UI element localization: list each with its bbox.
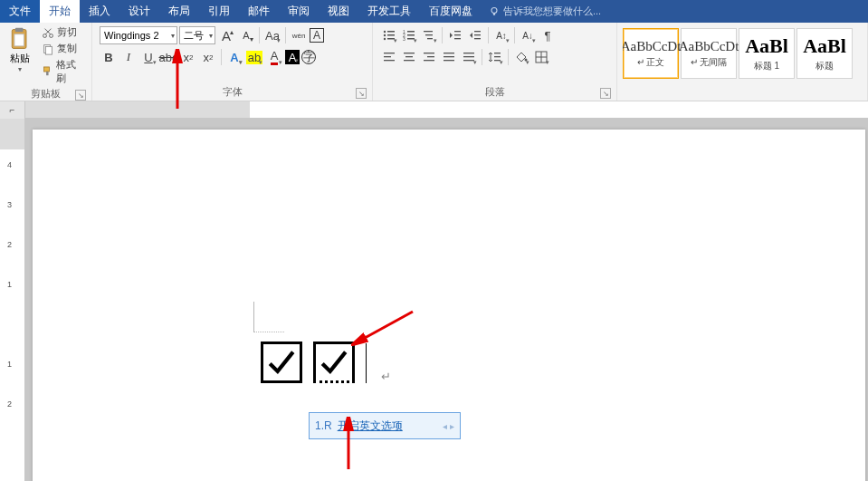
superscript-button[interactable]: x2	[199, 48, 217, 66]
svg-rect-31	[384, 53, 395, 53]
line-spacing-button[interactable]	[486, 48, 504, 66]
tab-devtools[interactable]: 开发工具	[358, 0, 420, 23]
font-name-combo[interactable]: Wingdings 2▾	[100, 26, 177, 44]
svg-rect-15	[387, 38, 395, 40]
svg-text:3: 3	[403, 36, 405, 42]
ruler-vertical[interactable]: 4 3 2 1 1 2	[0, 119, 25, 481]
page: ↵ 1.R 开启英文选项 ◂ ▸	[33, 130, 865, 481]
ime-key: 1.R	[315, 419, 332, 432]
show-marks-button[interactable]: ¶	[539, 26, 557, 44]
style-no-spacing[interactable]: AaBbCcDt ↵ 无间隔	[681, 28, 737, 79]
margin-guide	[253, 302, 284, 332]
style-title[interactable]: AaBl 标题	[796, 28, 853, 79]
copy-button[interactable]: 复制	[39, 41, 88, 56]
shading-button[interactable]	[512, 48, 530, 66]
svg-point-6	[49, 34, 52, 37]
tab-design[interactable]: 设计	[119, 0, 159, 23]
ruler-num: 2	[7, 399, 12, 409]
font-color-button[interactable]: A	[265, 48, 283, 66]
style-name: ↵ 无间隔	[691, 56, 728, 69]
bullets-button[interactable]	[380, 26, 398, 44]
borders-icon	[534, 50, 548, 64]
paste-button[interactable]: 粘贴 ▾	[4, 24, 37, 73]
align-right-button[interactable]	[420, 48, 438, 66]
tab-layout[interactable]: 布局	[159, 0, 199, 23]
strike-button[interactable]: abc	[159, 48, 177, 66]
char-shading-button[interactable]: A	[285, 50, 300, 64]
svg-point-49	[525, 59, 528, 62]
justify-button[interactable]	[440, 48, 458, 66]
enclose-char-button[interactable]: 字	[301, 50, 316, 64]
ruler-num: 1	[7, 360, 12, 369]
ruler-num: 3	[7, 200, 12, 209]
ruler-corner[interactable]: ⌐	[0, 101, 25, 119]
paragraph-dialog-launcher[interactable]: ↘	[600, 88, 611, 99]
indent-increase-button[interactable]	[466, 26, 484, 44]
svg-rect-19	[407, 34, 415, 36]
h-ruler[interactable]	[25, 101, 868, 119]
text-cursor	[366, 343, 367, 383]
indent-decrease-button[interactable]	[446, 26, 464, 44]
cut-button[interactable]: 剪切	[39, 24, 88, 40]
paste-icon	[7, 26, 33, 52]
svg-rect-22	[424, 31, 433, 32]
ime-candidate-box[interactable]: 1.R 开启英文选项 ◂ ▸	[309, 412, 461, 439]
svg-rect-25	[454, 31, 461, 32]
paste-label: 粘贴	[10, 52, 30, 65]
svg-rect-11	[387, 31, 395, 33]
char-border-button[interactable]: A	[310, 28, 324, 43]
borders-button[interactable]	[532, 48, 550, 66]
copy-label: 复制	[57, 42, 77, 55]
document-content[interactable]: ↵	[261, 342, 391, 383]
document-area[interactable]: ↵ 1.R 开启英文选项 ◂ ▸	[25, 119, 868, 481]
tab-insert[interactable]: 插入	[80, 0, 119, 23]
font-dialog-launcher[interactable]: ↘	[356, 88, 367, 99]
sort-button[interactable]: A↓	[519, 26, 537, 44]
style-name: 标题	[816, 60, 834, 72]
brush-icon	[42, 65, 53, 78]
style-heading1[interactable]: AaBl 标题 1	[739, 28, 795, 79]
distribute-button[interactable]	[460, 48, 478, 66]
grow-font-button[interactable]: A▴	[217, 26, 235, 44]
numbering-button[interactable]: 123	[400, 26, 418, 44]
svg-rect-43	[463, 53, 474, 53]
change-case-button[interactable]: Aa	[263, 26, 281, 44]
svg-point-0	[491, 7, 497, 13]
align-right-icon	[422, 50, 436, 64]
indent-icon	[468, 28, 482, 43]
tab-view[interactable]: 视图	[319, 0, 358, 23]
lightbulb-icon	[489, 6, 500, 17]
subscript-button[interactable]: x2	[179, 48, 197, 66]
align-center-button[interactable]	[400, 48, 418, 66]
bold-button[interactable]: B	[100, 48, 118, 66]
multilevel-button[interactable]	[420, 26, 438, 44]
tab-baidu[interactable]: 百度网盘	[420, 0, 482, 23]
style-normal[interactable]: AaBbCcDt ↵ 正文	[623, 28, 679, 79]
font-size-combo[interactable]: 二号▾	[179, 26, 215, 44]
italic-button[interactable]: I	[119, 48, 138, 66]
ribbon-tabs: 文件 开始 插入 设计 布局 引用 邮件 审阅 视图 开发工具 百度网盘 告诉我…	[0, 0, 868, 23]
bucket-icon	[514, 50, 529, 64]
tab-references[interactable]: 引用	[199, 0, 239, 23]
highlight-button[interactable]: ab	[245, 48, 263, 66]
underline-button[interactable]: U	[139, 48, 157, 66]
tab-review[interactable]: 审阅	[279, 0, 319, 23]
phonetic-guide-button[interactable]: wén	[290, 26, 308, 44]
tab-mail[interactable]: 邮件	[239, 0, 279, 23]
svg-rect-24	[427, 38, 433, 39]
text-effects-button[interactable]: A	[225, 48, 243, 66]
svg-point-12	[384, 34, 386, 36]
clipboard-group-label: 剪贴板 ↘	[4, 86, 88, 102]
align-left-button[interactable]	[380, 48, 398, 66]
tab-home[interactable]: 开始	[40, 0, 80, 23]
clipboard-dialog-launcher[interactable]: ↘	[75, 90, 86, 101]
ime-link[interactable]: 开启英文选项	[338, 418, 403, 434]
tab-file[interactable]: 文件	[0, 0, 40, 23]
tell-me-search[interactable]: 告诉我您想要做什么...	[482, 0, 868, 23]
format-painter-button[interactable]: 格式刷	[39, 57, 88, 86]
distribute-icon	[462, 50, 476, 64]
text-direction-button[interactable]: A↕	[492, 26, 510, 44]
shrink-font-button[interactable]: A▾	[237, 26, 255, 44]
style-preview: AaBl	[803, 34, 846, 58]
ime-nav[interactable]: ◂ ▸	[443, 421, 454, 431]
